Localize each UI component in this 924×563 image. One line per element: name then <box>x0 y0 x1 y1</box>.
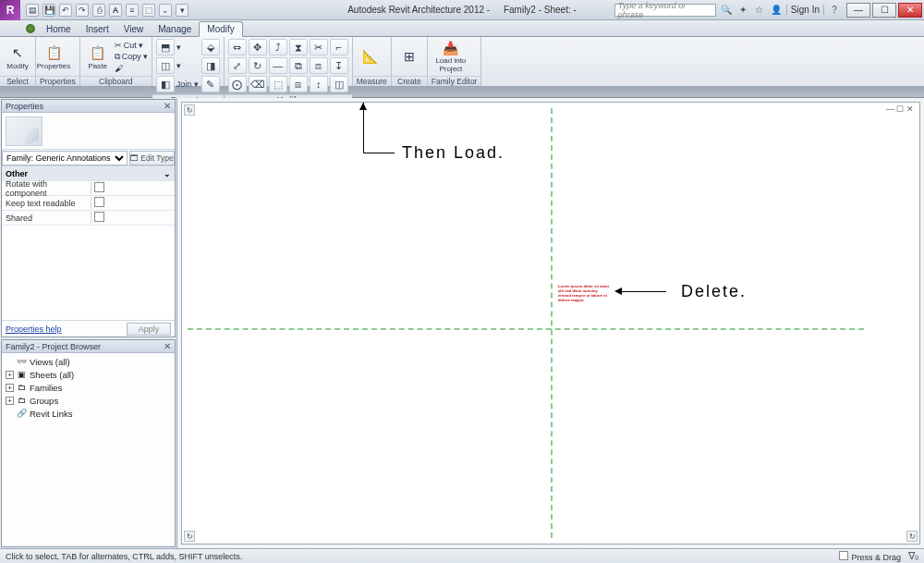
press-drag-checkbox[interactable] <box>839 551 848 560</box>
close-button[interactable]: ✕ <box>898 3 922 18</box>
cope-button[interactable]: ⬒ ▾ <box>156 39 199 55</box>
sign-in-button[interactable]: Sign In <box>786 5 824 15</box>
panel-family-editor: 📥 Load into Project Family Editor <box>428 37 482 86</box>
filter-icon[interactable]: ∇₀ <box>908 550 918 562</box>
properties-help-link[interactable]: Properties help <box>6 324 62 334</box>
edit-type-button[interactable]: 🗔Edit Type <box>129 151 175 165</box>
status-hint: Click to select, TAB for alternates, CTR… <box>6 552 242 561</box>
array-button[interactable]: ⧉ <box>289 57 308 74</box>
nav-corner-bl-icon[interactable]: ↻ <box>184 531 195 542</box>
palette-close-icon[interactable]: ✕ <box>164 101 171 111</box>
modify-tool-b[interactable]: ◫ <box>330 76 348 92</box>
qat-save-icon[interactable]: 💾 <box>43 4 55 17</box>
tree-node-groups[interactable]: + 🗀 Groups <box>6 394 171 407</box>
help-icon[interactable]: ? <box>828 4 841 17</box>
split-button[interactable]: ⌐ <box>330 39 348 55</box>
cut-geometry-button[interactable]: ◫ ▾ <box>156 57 199 74</box>
expand-icon[interactable]: + <box>6 397 14 405</box>
qat-sync-icon[interactable]: ≡ <box>126 4 139 17</box>
properties-button[interactable]: 📋 Properties <box>40 39 67 74</box>
nav-corner-tl-icon[interactable]: ↻ <box>184 104 195 116</box>
load-project-icon: 📥 <box>442 40 460 56</box>
press-drag-toggle[interactable]: Press & Drag <box>839 551 901 562</box>
extend-button[interactable]: — <box>269 57 287 74</box>
cut-button[interactable]: ✂Cut ▾ <box>115 41 148 50</box>
ribbon-tabs: Home Insert View Manage Modify <box>0 20 924 37</box>
user-icon[interactable]: 👤 <box>770 4 783 17</box>
tree-label: Groups <box>30 396 58 406</box>
create-button[interactable]: ⊞ <box>395 39 423 74</box>
modify-tool-button[interactable]: ↖ Modify <box>4 39 31 74</box>
apply-button[interactable]: Apply <box>127 323 171 336</box>
expand-icon[interactable]: + <box>6 384 14 392</box>
properties-palette-header[interactable]: Properties ✕ <box>2 100 175 113</box>
minimize-button[interactable]: — <box>846 3 870 18</box>
type-selector[interactable]: Family: Generic Annotations <box>2 151 128 165</box>
tab-modify[interactable]: Modify <box>199 21 242 37</box>
readable-checkbox[interactable] <box>94 197 104 207</box>
trim-button[interactable]: ✂ <box>310 39 328 55</box>
tree-node-views[interactable]: 👓 Views (all) <box>6 355 171 368</box>
tab-manage[interactable]: Manage <box>151 22 199 36</box>
tree-node-sheets[interactable]: + ▣ Sheets (all) <box>6 368 171 381</box>
qat-3d-icon[interactable]: ⬚ <box>142 4 155 17</box>
comm-center-icon[interactable]: ✦ <box>736 4 749 17</box>
qat-redo-icon[interactable]: ↷ <box>76 4 89 17</box>
mirror-axis-button[interactable]: ⧗ <box>289 39 308 55</box>
property-row-rotate: Rotate with component <box>2 181 175 196</box>
scale-button[interactable]: ⧈ <box>310 57 328 74</box>
app-menu-button[interactable]: R <box>0 0 20 20</box>
browser-close-icon[interactable]: ✕ <box>164 341 171 351</box>
modify-tool-a[interactable]: ↕ <box>310 76 328 92</box>
annotation-arrow-delete <box>622 291 666 292</box>
panel-modify: ⇔ ✥ ⤴ ⧗ ✂ ⌐ ⤢ ↻ — ⧉ ⧈ ↧ ⨀ ⌫ <box>225 37 353 86</box>
cut-geo-icon: ◫ <box>156 57 175 74</box>
expand-icon[interactable]: + <box>6 371 14 379</box>
join-button[interactable]: ◧Join ▾ <box>156 76 199 92</box>
maximize-button[interactable]: ☐ <box>872 3 896 18</box>
pin-button[interactable]: ↧ <box>330 57 348 74</box>
project-browser-palette: Family2 - Project Browser ✕ 👓 Views (all… <box>1 339 176 547</box>
tree-node-families[interactable]: + 🗀 Families <box>6 381 171 394</box>
load-into-project-button[interactable]: 📥 Load into Project <box>432 39 470 74</box>
tab-home[interactable]: Home <box>39 22 79 36</box>
copy-move-button[interactable]: ⤢ <box>228 57 247 74</box>
group-button[interactable]: ⬚ <box>269 76 287 92</box>
qat-text-icon[interactable]: A <box>109 4 122 17</box>
favorite-icon[interactable]: ☆ <box>753 4 766 17</box>
paste-button[interactable]: 📋 Paste <box>84 39 112 74</box>
mirror-pick-button[interactable]: ⨀ <box>228 76 247 92</box>
move-button[interactable]: ✥ <box>249 39 267 55</box>
view-window-controls[interactable]: — ☐ ✕ <box>886 104 914 114</box>
unpin-button[interactable]: ⧇ <box>289 76 308 92</box>
geometry-tool-3[interactable]: ✎ <box>201 76 220 92</box>
shared-checkbox[interactable] <box>94 212 104 222</box>
project-browser-header[interactable]: Family2 - Project Browser ✕ <box>2 340 175 353</box>
offset-button[interactable]: ⤴ <box>269 39 287 55</box>
app-title: Autodesk Revit Architecture 2012 - <box>347 5 490 15</box>
drawing-canvas[interactable]: — ☐ ✕ ↻ ↻ ↻ Lorem ipsum dolor sit amet e… <box>181 102 920 545</box>
match-button[interactable]: 🖌 <box>115 64 148 73</box>
search-input[interactable]: Type a keyword or phrase <box>614 4 716 17</box>
tab-insert[interactable]: Insert <box>79 22 116 36</box>
property-key: Rotate with component <box>2 179 91 198</box>
qat-section-icon[interactable]: ⌄ <box>159 4 172 17</box>
qat-more-icon[interactable]: ▾ <box>176 4 188 17</box>
copy-button[interactable]: ⧉Copy ▾ <box>115 52 148 62</box>
qat-open-icon[interactable]: ▤ <box>26 4 39 17</box>
tree-node-revit-links[interactable]: 🔗 Revit Links <box>6 407 171 420</box>
measure-button[interactable]: 📐 <box>357 39 384 74</box>
note-text-block[interactable]: Lorem ipsum dolor sit amet elit sed diam… <box>558 284 610 302</box>
nav-corner-br-icon[interactable]: ↻ <box>906 531 918 542</box>
qat-print-icon[interactable]: ⎙ <box>92 4 105 17</box>
delete-button[interactable]: ⌫ <box>249 76 267 92</box>
tab-view[interactable]: View <box>116 22 152 36</box>
qat-undo-icon[interactable]: ↶ <box>59 4 72 17</box>
geometry-tool-2[interactable]: ◨ <box>201 57 220 74</box>
rotate-button[interactable]: ↻ <box>249 57 267 74</box>
search-icon[interactable]: 🔍 <box>720 4 733 17</box>
groups-icon: 🗀 <box>17 396 27 406</box>
rotate-checkbox[interactable] <box>94 182 104 192</box>
geometry-tool-1[interactable]: ⬙ <box>201 39 220 55</box>
align-button[interactable]: ⇔ <box>228 39 247 55</box>
